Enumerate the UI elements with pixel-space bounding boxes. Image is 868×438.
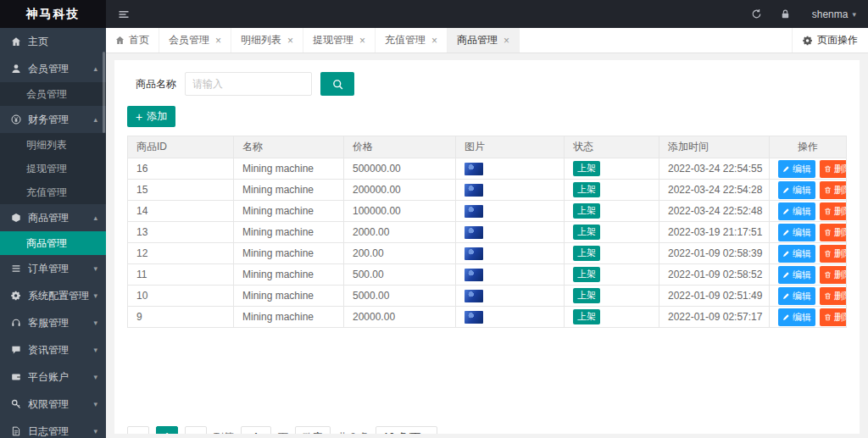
sidebar-item-label: 主页 xyxy=(28,35,97,49)
coin-icon xyxy=(11,114,22,125)
product-price: 100000.00 xyxy=(344,201,456,222)
chevron-up-icon: ▴ xyxy=(93,213,97,222)
sidebar-item[interactable]: 平台账户▾ xyxy=(0,363,106,391)
sidebar-item[interactable]: 权限管理▾ xyxy=(0,391,106,418)
sidebar-item-label: 资讯管理 xyxy=(28,343,93,358)
table-row: 16Mining machine500000.00上架2022-03-24 22… xyxy=(128,158,847,180)
trash-icon xyxy=(824,165,832,173)
delete-button[interactable]: 删除 xyxy=(820,287,847,305)
user-icon xyxy=(11,64,22,74)
lock-icon xyxy=(780,8,791,19)
product-image xyxy=(465,311,483,324)
product-image xyxy=(465,269,483,281)
delete-button[interactable]: 删除 xyxy=(820,160,847,178)
pagination: « 1 » 到第 页 确定 共 8 条 10 条/页 ▾ xyxy=(127,426,437,434)
delete-button[interactable]: 删除 xyxy=(820,245,847,263)
sidebar-item[interactable]: 日志管理▾ xyxy=(0,418,106,438)
sidebar-subitem[interactable]: 会员管理 xyxy=(0,82,106,106)
product-image-cell xyxy=(456,180,565,201)
pencil-icon xyxy=(782,208,790,215)
table-header-row: 商品ID名称价格图片状态添加时间操作 xyxy=(128,136,847,158)
delete-button[interactable]: 删除 xyxy=(820,308,847,326)
close-icon[interactable]: × xyxy=(287,36,293,46)
sidebar-item[interactable]: 客服管理▾ xyxy=(0,309,106,336)
product-id: 10 xyxy=(128,286,234,307)
page-number-button[interactable]: 1 xyxy=(156,426,178,434)
add-button[interactable]: + 添加 xyxy=(127,106,175,127)
sidebar-item[interactable]: 会员管理▴ xyxy=(0,55,106,82)
table-row: 15Mining machine200000.00上架2022-03-24 22… xyxy=(128,180,847,201)
tab-item[interactable]: 充值管理× xyxy=(376,28,448,53)
key-icon xyxy=(11,399,22,409)
edit-button[interactable]: 编辑 xyxy=(778,160,815,178)
search-button[interactable] xyxy=(320,72,354,96)
sidebar-item-label: 日志管理 xyxy=(28,424,93,438)
goto-page-input[interactable] xyxy=(241,426,271,434)
pencil-icon xyxy=(782,313,790,321)
page-actions-button[interactable]: 页面操作 xyxy=(792,28,868,53)
tab-item[interactable]: 会员管理× xyxy=(159,28,231,53)
sidebar-subitem[interactable]: 提现管理 xyxy=(0,157,106,180)
product-id: 9 xyxy=(128,307,234,328)
tab-item[interactable]: 明细列表× xyxy=(231,28,303,53)
search-icon xyxy=(332,79,343,90)
sidebar-subitem[interactable]: 商品管理 xyxy=(0,231,106,255)
edit-button[interactable]: 编辑 xyxy=(778,202,815,220)
close-icon[interactable]: × xyxy=(215,36,221,46)
column-header: 状态 xyxy=(565,136,659,158)
close-icon[interactable]: × xyxy=(431,36,437,46)
edit-button[interactable]: 编辑 xyxy=(778,308,815,326)
trash-icon xyxy=(824,292,832,300)
refresh-button[interactable] xyxy=(743,0,771,28)
edit-button[interactable]: 编辑 xyxy=(778,266,815,284)
tab-item[interactable]: 提现管理× xyxy=(303,28,376,53)
user-menu[interactable]: shenma ▾ xyxy=(800,0,868,28)
tab-active[interactable]: 商品管理× xyxy=(448,28,520,53)
delete-button[interactable]: 删除 xyxy=(820,181,847,199)
close-icon[interactable]: × xyxy=(504,36,509,46)
product-price: 200000.00 xyxy=(344,180,456,201)
sidebar: 主页会员管理▴会员管理财务管理▴明细列表提现管理充值管理商品管理▴商品管理订单管… xyxy=(0,28,106,438)
sidebar-item[interactable]: 商品管理▴ xyxy=(0,204,106,231)
edit-button[interactable]: 编辑 xyxy=(778,287,815,305)
chevron-down-icon: ▾ xyxy=(93,373,97,381)
product-status-cell: 上架 xyxy=(565,243,659,264)
sidebar-item[interactable]: 财务管理▴ xyxy=(0,106,106,133)
sidebar-scrollbar[interactable] xyxy=(103,52,105,133)
prev-page-button[interactable]: « xyxy=(127,426,149,434)
product-id: 12 xyxy=(128,243,234,264)
product-added-time: 2022-03-24 22:54:55 xyxy=(659,158,770,180)
content-area: 商品名称 + 添加 商品ID名称价格图片状态添加时间操作 16Mining ma… xyxy=(106,53,868,438)
column-header: 操作 xyxy=(770,136,847,158)
sidebar-subitem[interactable]: 充值管理 xyxy=(0,180,106,204)
product-image-cell xyxy=(456,307,565,328)
product-name-input[interactable] xyxy=(185,72,312,96)
status-badge: 上架 xyxy=(573,267,600,281)
lock-screen-button[interactable] xyxy=(771,0,800,28)
goto-label: 到第 xyxy=(214,430,234,435)
edit-button[interactable]: 编辑 xyxy=(778,181,815,199)
sidebar-item[interactable]: 订单管理▾ xyxy=(0,255,106,282)
next-page-button[interactable]: » xyxy=(185,426,207,434)
sidebar-item[interactable]: 系统配置管理▾ xyxy=(0,282,106,309)
per-page-select[interactable]: 10 条/页 ▾ xyxy=(376,426,437,434)
sidebar-toggle-button[interactable] xyxy=(106,0,142,28)
gear-icon xyxy=(803,36,813,46)
sidebar-item[interactable]: 资讯管理▾ xyxy=(0,336,106,363)
tab-item[interactable]: 首页 xyxy=(106,28,159,53)
actions-cell: 编辑删除 xyxy=(770,243,847,264)
sidebar-subitem[interactable]: 明细列表 xyxy=(0,133,106,157)
edit-button[interactable]: 编辑 xyxy=(778,224,815,241)
delete-button[interactable]: 删除 xyxy=(820,202,847,220)
product-added-time: 2022-03-24 22:52:48 xyxy=(659,201,770,222)
delete-button[interactable]: 删除 xyxy=(820,266,847,284)
edit-button[interactable]: 编辑 xyxy=(778,245,815,263)
tab-label: 会员管理 xyxy=(169,33,209,47)
sidebar-item-label: 订单管理 xyxy=(28,262,93,276)
actions-cell: 编辑删除 xyxy=(770,307,847,328)
sidebar-item[interactable]: 主页 xyxy=(0,28,106,55)
delete-button[interactable]: 删除 xyxy=(820,224,847,241)
confirm-button[interactable]: 确定 xyxy=(295,426,331,434)
pencil-icon xyxy=(782,250,790,258)
close-icon[interactable]: × xyxy=(359,36,365,46)
